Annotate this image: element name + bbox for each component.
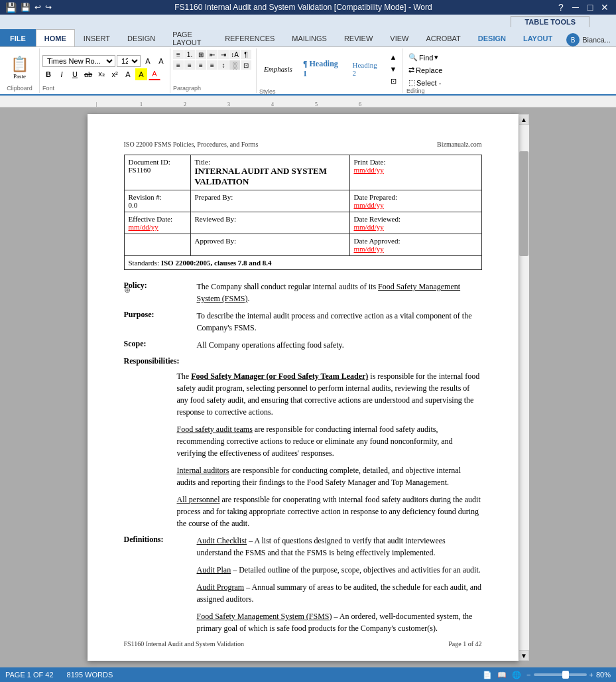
doc-header: ISO 22000 FSMS Policies, Procedures, and… [124,141,482,148]
align-center-button[interactable]: ≡ [184,60,195,70]
tab-file[interactable]: FILE [0,29,36,46]
show-hide-button[interactable]: ¶ [241,50,251,59]
help-button[interactable]: ? [555,1,567,13]
text-effects-button[interactable]: A [122,68,134,80]
styles-scroll-down[interactable]: ▼ [387,63,399,75]
font-group: Times New Ro... 12 A A B I U ab x₂ x² A [40,48,170,93]
contextual-tab-bar: TABLE TOOLS [0,15,616,28]
document-table: Document ID: FS1160 Title: INTERNAL AUDI… [124,155,482,270]
bullets-button[interactable]: ≡ [173,50,184,59]
page: ISO 22000 FSMS Policies, Procedures, and… [88,114,519,661]
purpose-label: Purpose: [124,310,197,334]
page-indicator: PAGE 1 OF 42 [5,671,54,679]
food-safety-teams-text: Food safety audit teams [177,425,253,434]
policy-text: The Company shall conduct regular intern… [197,281,482,305]
view-read-icon[interactable]: 📖 [497,671,507,679]
zoom-in-button[interactable]: + [589,671,593,679]
multilevel-button[interactable]: ⊞ [196,50,206,59]
styles-scroll-up[interactable]: ▲ [387,51,399,63]
style-heading1[interactable]: ¶ Heading 1 [298,56,345,82]
styles-group: Emphasis ¶ Heading 1 Heading 2 ▲ ▼ ⊡ Sty… [257,48,402,93]
table-add-icon[interactable]: ⊕ [124,285,131,295]
table-prepared-cell: Prepared By: [190,190,349,212]
shrink-font-button[interactable]: A [155,55,167,67]
table-revision-cell: Revision #: 0.0 [124,190,190,212]
tab-review[interactable]: REVIEW [336,29,381,46]
styles-expand[interactable]: ⊡ [387,75,399,87]
replace-button[interactable]: ⇄ Replace [406,65,452,75]
ruler-num-3: 3 [227,102,230,107]
bold-button[interactable]: B [42,68,54,80]
tab-design[interactable]: DESIGN [119,29,164,46]
justify-button[interactable]: ≡ [207,60,217,70]
quick-access-save[interactable]: 💾 [21,3,31,12]
restore-button[interactable]: □ [584,1,596,13]
view-print-icon[interactable]: 📄 [483,671,492,679]
font-name-select[interactable]: Times New Ro... [42,55,115,67]
definitions-label: Definitions: [124,535,197,640]
def4-term: Food Safety Management System (FSMS) [197,612,332,621]
paste-label: Paste [13,73,26,80]
select-button[interactable]: ⬚ Select - [406,78,452,88]
paste-button[interactable]: 📋 Paste [4,50,35,85]
highlight-button[interactable]: A [135,68,147,80]
clipboard-label: Clipboard [7,85,32,92]
decrease-indent-button[interactable]: ⇤ [207,50,217,59]
tab-mailings[interactable]: MAILINGS [283,29,336,46]
grow-font-button[interactable]: A [142,55,154,67]
tab-references[interactable]: REFERENCES [216,29,283,46]
align-left-button[interactable]: ≡ [173,60,184,70]
def1-term: Audit Checklist [197,536,247,545]
table-standards-cell: Standards: Standards: ISO 22000:2005, cl… [124,256,481,270]
zoom-out-button[interactable]: − [526,671,530,679]
align-right-button[interactable]: ≡ [196,60,206,70]
increase-indent-button[interactable]: ⇥ [218,50,229,59]
scroll-down-button[interactable]: ▼ [519,650,529,661]
definitions-section: Definitions: Audit Checklist – A list of… [124,535,482,640]
style-heading2[interactable]: Heading 2 [347,56,385,82]
scrollbar-thumb[interactable] [519,151,528,256]
tab-table-design[interactable]: DESIGN [469,29,515,46]
underline-button[interactable]: U [69,68,81,80]
close-button[interactable]: ✕ [599,1,611,13]
responsibilities-content: The Food Safety Manager (or Food Safety … [124,370,482,529]
quick-access-redo[interactable]: ↪ [45,3,52,12]
editing-group: 🔍 Find ▾ ⇄ Replace ⬚ Select - Editing [402,48,456,93]
scroll-up-button[interactable]: ▲ [519,114,529,125]
tab-acrobat[interactable]: ACROBAT [417,29,469,46]
editing-group-label: Editing [406,88,452,94]
tab-table-layout[interactable]: LAYOUT [515,29,561,46]
tab-view[interactable]: VIEW [381,29,417,46]
table-print-date-cell: Print Date: mm/dd/yy [349,155,481,190]
style-emphasis[interactable]: Emphasis [259,56,296,82]
tab-insert[interactable]: INSERT [75,29,119,46]
user-name[interactable]: Bianca... [582,36,611,44]
borders-button[interactable]: ⊡ [241,60,251,70]
vertical-scrollbar[interactable]: ▲ ▼ [519,114,529,661]
font-color-button[interactable]: A [149,68,160,80]
tab-page-layout[interactable]: PAGE LAYOUT [164,29,216,46]
replace-icon: ⇄ [408,66,414,74]
scope-label: Scope: [124,339,197,351]
subscript-button[interactable]: x₂ [95,68,107,80]
replace-label: Replace [416,66,442,74]
sort-button[interactable]: ↕A [229,50,240,59]
view-web-icon[interactable]: 🌐 [512,671,521,679]
font-size-select[interactable]: 12 [117,55,141,67]
minimize-button[interactable]: ─ [570,1,582,13]
tab-home[interactable]: HOME [36,29,75,46]
paragraph-group-label: Paragraph [173,85,253,92]
food-safety-text: Food Safety Management System (FSMS) [197,282,461,303]
zoom-slider[interactable] [534,673,587,676]
shading-button[interactable]: ░ [229,60,240,70]
italic-button[interactable]: I [56,68,68,80]
superscript-button[interactable]: x² [109,68,121,80]
numbering-button[interactable]: 1. [184,50,195,59]
find-button[interactable]: 🔍 Find ▾ [406,52,452,62]
strikethrough-button[interactable]: ab [82,68,94,80]
quick-access-undo[interactable]: ↩ [34,3,41,12]
zoom-thumb[interactable] [562,671,569,679]
line-spacing-button[interactable]: ↕ [218,60,229,70]
find-label: Find [419,54,433,62]
print-date-value: mm/dd/yy [354,166,384,174]
